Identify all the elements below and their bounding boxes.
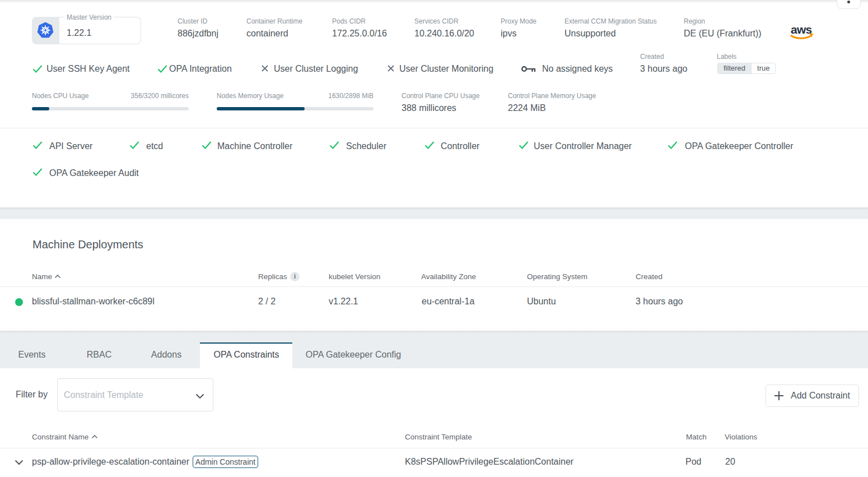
svg-text:aws: aws bbox=[791, 24, 811, 36]
